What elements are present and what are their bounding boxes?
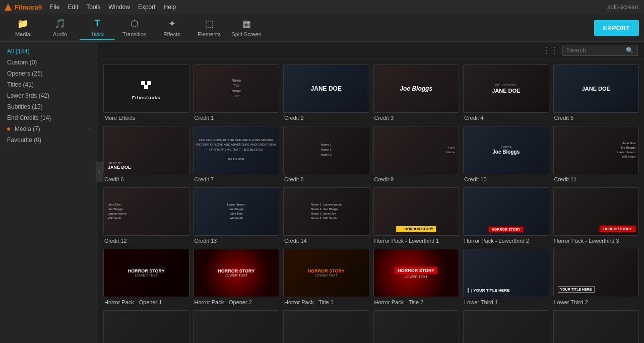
list-item[interactable]: LIFE FOR SOME IS "THE ONE AND A LONG MOV…	[194, 126, 280, 183]
search-input[interactable]	[567, 47, 623, 54]
toolbar-audio[interactable]: 🎵 Audio	[42, 15, 78, 40]
toolbar-transition[interactable]: ⬡ Transition	[117, 15, 152, 40]
media-dot-indicator	[7, 127, 10, 130]
list-item[interactable]	[553, 310, 639, 343]
thumbnail-credit11: Jane DoeJoe BloggsLauren IpsumWill Smith	[553, 126, 639, 174]
list-item[interactable]	[283, 310, 369, 343]
sidebar-item-all[interactable]: All (144)	[0, 46, 98, 57]
list-item[interactable]: HORROR STORY LOWER TEXT Horror Pack - Ti…	[373, 249, 460, 306]
list-item[interactable]: Jane DoeJoe BloggsLauren IpsumWill Smith…	[103, 187, 189, 245]
sidebar-item-openers[interactable]: Openers (25)	[0, 68, 98, 79]
list-item[interactable]	[194, 310, 280, 343]
menu-export[interactable]: Export	[138, 4, 156, 11]
sidebar-item-end-credits[interactable]: End Credits (14)	[0, 112, 98, 123]
thumbnail-credit14: Name 1 Lauren Ipsum Name 2 Joe Bloggs Na…	[283, 187, 369, 236]
list-item[interactable]: WELCOMING JANE DOE Credit 4	[463, 64, 549, 122]
menu-file[interactable]: File	[50, 4, 59, 11]
list-item[interactable]: YOUR TITLE HERE Lower Third 2	[553, 249, 639, 306]
search-box: 🔍	[562, 45, 638, 56]
sidebar-item-lower3rds[interactable]: Lower 3rds (42)	[0, 90, 98, 101]
thumbnail-lower-third1: | YOUR TITLE HERE	[463, 249, 549, 297]
list-item[interactable]: JANE DOE Credit 2	[283, 64, 369, 122]
app-logo: Filmora9	[4, 3, 42, 11]
svg-rect-3	[144, 85, 148, 89]
list-item[interactable]: Name 1Name 2Name 3 Credit 8	[283, 126, 369, 183]
thumbnail-placeholder4	[373, 310, 460, 343]
search-icon: 🔍	[626, 47, 633, 54]
list-item[interactable]: HORROR STORY Horror Pack - Lowerthird 3	[553, 187, 639, 245]
titles-icon: T	[95, 18, 100, 29]
list-item[interactable]: NameTitleNameTitle Credit 1	[194, 64, 280, 122]
thumbnail-label: Credit 10	[463, 174, 549, 183]
list-item[interactable]: HORROR STORY LOWER TEXT Horror Pack - Ti…	[283, 249, 369, 306]
thumbnail-label: Credit 13	[194, 236, 280, 245]
thumbnail-placeholder6	[553, 310, 639, 343]
list-item[interactable]: | YOUR TITLE HERE Lower Third 1	[463, 249, 549, 306]
svg-rect-1	[141, 81, 145, 85]
split-screen-icon: ▦	[242, 18, 251, 29]
thumbnail-label: Horror Pack - Lowerthird 1	[373, 236, 460, 245]
list-item[interactable]: ⚡ HORROR STORY Horror Pack - Lowerthird …	[373, 187, 460, 245]
thumbnail-label: Credit 4	[463, 113, 549, 122]
list-item[interactable]: Starring Joe Bloggs Credit 10	[463, 126, 549, 183]
thumbnail-placeholder5	[463, 310, 549, 343]
thumbnail-credit1: NameTitleNameTitle	[194, 64, 280, 113]
menu-bar: Filmora9 File Edit Tools Window Export H…	[0, 0, 644, 14]
thumbnail-credit6: INTRO BY JANE DOE	[103, 126, 189, 174]
thumbnail-lower-third2: YOUR TITLE HERE	[553, 249, 639, 297]
toolbar-elements-label: Elements	[198, 31, 221, 37]
thumbnail-credit13: Lauren IpsumJoe BloggsJane DoeWill Smith	[194, 187, 280, 236]
thumbnail-label: Horror Pack - Title 1	[283, 297, 369, 306]
toolbar-titles[interactable]: T Titles	[80, 15, 115, 40]
list-item[interactable]: Lauren IpsumJoe BloggsJane DoeWill Smith…	[194, 187, 280, 245]
menu-window[interactable]: Window	[108, 4, 130, 11]
toolbar-effects[interactable]: ✦ Effects	[154, 15, 189, 40]
thumbnail-label: Credit 1	[194, 113, 280, 122]
thumbnail-credit4: WELCOMING JANE DOE	[463, 64, 549, 113]
list-item[interactable]	[463, 310, 549, 343]
list-item[interactable]	[373, 310, 460, 343]
thumbnail-label: Credit 5	[553, 113, 639, 122]
audio-icon: 🎵	[54, 18, 66, 29]
thumbnail-grid: Filmstocks More Effects NameTitleNameTit…	[98, 59, 644, 343]
export-button[interactable]: EXPORT	[594, 20, 639, 36]
toolbar-media[interactable]: 📁 Media	[5, 15, 40, 40]
transition-icon: ⬡	[131, 18, 139, 29]
toolbar-elements[interactable]: ⬚ Elements	[191, 15, 227, 40]
thumbnail-credit5: JANE DOE	[553, 64, 639, 113]
toolbar-titles-label: Titles	[91, 31, 104, 37]
list-item[interactable]: Filmstocks More Effects	[103, 64, 189, 122]
list-item[interactable]: HORROR STORY LOWER TEXT Horror Pack - Op…	[194, 249, 280, 306]
list-item[interactable]: Name 1 Lauren Ipsum Name 2 Joe Bloggs Na…	[283, 187, 369, 245]
list-item[interactable]: INTRO BY JANE DOE Credit 6	[103, 126, 189, 183]
menu-tools[interactable]: Tools	[86, 4, 100, 11]
sidebar-item-media[interactable]: Media (7) ›	[0, 123, 98, 134]
toolbar-split-screen-label: Split Screen	[231, 31, 261, 37]
menu-edit[interactable]: Edit	[68, 4, 79, 11]
list-item[interactable]: HORROR STORY Horror Pack - Lowerthird 2	[463, 187, 549, 245]
list-item[interactable]: Jane DoeJoe BloggsLauren IpsumWill Smith…	[553, 126, 639, 183]
list-item[interactable]: HORROR STORY LOWER TEXT Horror Pack - Op…	[103, 249, 189, 306]
list-item[interactable]: JANE DOE Credit 5	[553, 64, 639, 122]
list-item[interactable]: Joe Bloggs Credit 3	[373, 64, 460, 122]
toolbar-effects-label: Effects	[163, 31, 180, 37]
list-item[interactable]	[103, 310, 189, 343]
media-icon: 📁	[17, 18, 28, 29]
sidebar-item-custom[interactable]: Custom (0)	[0, 57, 98, 68]
thumbnail-label: Credit 14	[283, 236, 369, 245]
thumbnail-horror-title1: HORROR STORY LOWER TEXT	[283, 249, 369, 297]
sidebar-item-favourite[interactable]: Favourite (0)	[0, 134, 98, 146]
thumbnail-credit3: Joe Bloggs	[373, 64, 460, 113]
app-name: Filmora9	[15, 4, 42, 11]
toolbar: 📁 Media 🎵 Audio T Titles ⬡ Transition ✦ …	[0, 14, 644, 42]
sidebar-item-subtitles[interactable]: Subtitles (15)	[0, 101, 98, 112]
list-item[interactable]: RoleName Credit 9	[373, 126, 460, 183]
toolbar-split-screen[interactable]: ▦ Split Screen	[229, 15, 264, 40]
grid-view-toggle[interactable]: ⋮⋮	[542, 46, 558, 55]
thumbnail-credit12: Jane DoeJoe BloggsLauren IpsumWill Smith	[103, 187, 189, 236]
sidebar-collapse-button[interactable]: ‹	[96, 162, 103, 182]
thumbnail-credit9: RoleName	[373, 126, 460, 174]
elements-icon: ⬚	[205, 18, 214, 29]
menu-help[interactable]: Help	[164, 4, 176, 11]
sidebar-item-titles[interactable]: Titles (41)	[0, 79, 98, 90]
